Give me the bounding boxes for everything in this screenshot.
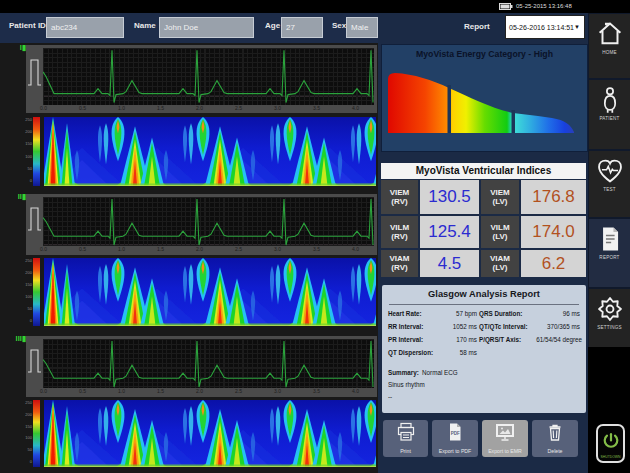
svg-text:PDF: PDF (451, 431, 460, 436)
